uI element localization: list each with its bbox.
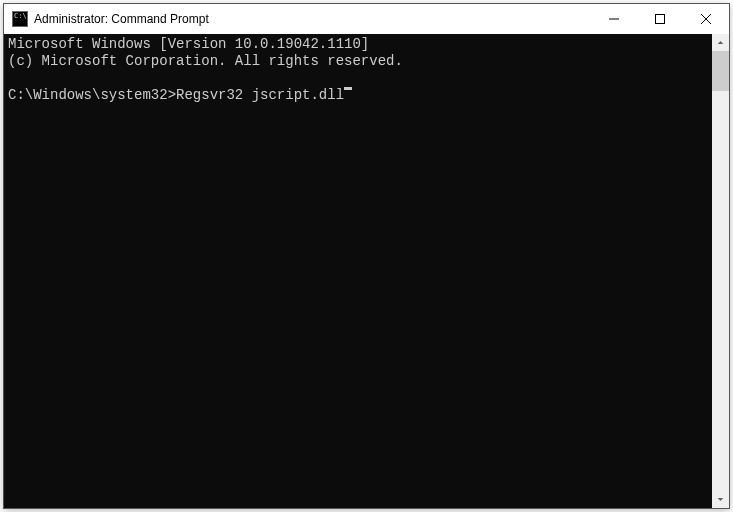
maximize-button[interactable] (637, 4, 683, 34)
command-input: Regsvr32 jscript.dll (176, 87, 344, 104)
terminal-area: Microsoft Windows [Version 10.0.19042.11… (4, 34, 729, 508)
titlebar[interactable]: Administrator: Command Prompt (4, 4, 729, 34)
prompt: C:\Windows\system32> (8, 87, 176, 104)
terminal[interactable]: Microsoft Windows [Version 10.0.19042.11… (4, 34, 712, 508)
scroll-track[interactable] (712, 51, 729, 491)
maximize-icon (655, 14, 665, 24)
scroll-thumb[interactable] (712, 51, 729, 91)
svg-rect-0 (656, 15, 665, 24)
app-icon (12, 11, 28, 27)
scroll-up-button[interactable] (712, 34, 729, 51)
minimize-button[interactable] (591, 4, 637, 34)
scrollbar[interactable] (712, 34, 729, 508)
chevron-down-icon (717, 496, 724, 503)
window-controls (591, 4, 729, 34)
scroll-down-button[interactable] (712, 491, 729, 508)
minimize-icon (609, 14, 619, 24)
chevron-up-icon (717, 39, 724, 46)
close-button[interactable] (683, 4, 729, 34)
output-line: (c) Microsoft Corporation. All rights re… (8, 53, 403, 69)
output-line: Microsoft Windows [Version 10.0.19042.11… (8, 36, 369, 52)
close-icon (701, 14, 711, 24)
window-title: Administrator: Command Prompt (34, 12, 591, 26)
command-prompt-window: Administrator: Command Prompt Microsoft … (3, 3, 730, 509)
cursor (344, 87, 352, 90)
